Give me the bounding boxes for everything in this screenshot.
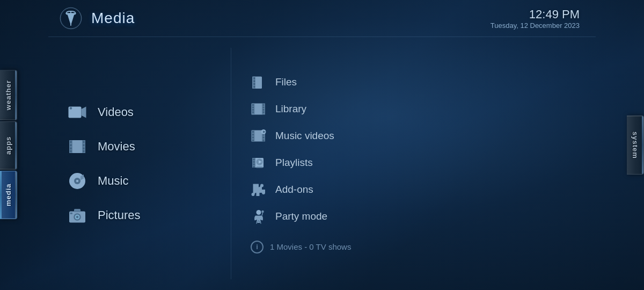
svg-point-68	[261, 210, 264, 213]
playlists-label: Playlists	[275, 157, 313, 169]
submenu-item-music-videos[interactable]: Music videos	[242, 124, 585, 148]
svg-rect-14	[83, 147, 85, 149]
header-left: Media	[59, 6, 135, 30]
svg-rect-15	[83, 150, 85, 152]
svg-rect-41	[263, 109, 265, 111]
svg-rect-40	[263, 106, 265, 108]
svg-rect-12	[83, 141, 85, 143]
sidebar-item-media[interactable]: media	[0, 171, 17, 219]
party-mode-label: Party mode	[275, 211, 327, 222]
puzzle-icon	[251, 182, 267, 198]
sidebar-label-weather: weather	[4, 80, 12, 110]
music-disc-icon	[68, 171, 87, 191]
svg-rect-31	[253, 85, 255, 88]
header-right: 12:49 PM Tuesday, 12 December 2023	[491, 8, 580, 30]
submenu-item-add-ons[interactable]: Add-ons	[242, 177, 585, 202]
svg-rect-13	[83, 144, 85, 146]
svg-rect-47	[252, 134, 254, 135]
left-sidebar: weather apps media	[0, 0, 48, 290]
info-row: i 1 Movies - 0 TV shows	[242, 236, 585, 258]
svg-point-18	[76, 179, 79, 182]
content-area: Videos	[48, 37, 596, 290]
party-mode-icon	[251, 208, 267, 224]
svg-rect-29	[253, 80, 255, 82]
sub-menu: Files	[231, 48, 596, 279]
submenu-item-playlists[interactable]: Playlists	[242, 150, 585, 175]
playlists-icon	[251, 155, 267, 171]
menu-item-videos[interactable]: Videos	[59, 97, 220, 127]
main-menu: Videos	[48, 48, 231, 279]
svg-rect-20	[74, 209, 80, 212]
sidebar-label-media: media	[4, 184, 12, 207]
movies-label: Movies	[98, 140, 135, 154]
svg-rect-52	[263, 136, 265, 138]
svg-rect-30	[253, 83, 255, 85]
files-label: Files	[275, 76, 297, 88]
sidebar-label-apps: apps	[4, 136, 12, 155]
svg-rect-10	[70, 147, 72, 149]
svg-rect-53	[263, 139, 265, 141]
svg-marker-3	[82, 106, 86, 118]
music-videos-label: Music videos	[275, 130, 334, 142]
svg-rect-8	[70, 141, 72, 143]
header: Media 12:49 PM Tuesday, 12 December 2023	[48, 0, 596, 37]
svg-rect-59	[253, 161, 255, 163]
pictures-label: Pictures	[98, 208, 140, 222]
info-icon: i	[251, 241, 264, 253]
sidebar-item-weather[interactable]: weather	[0, 70, 17, 120]
submenu-item-files[interactable]: Files	[242, 70, 585, 95]
svg-rect-9	[70, 144, 72, 146]
add-ons-label: Add-ons	[275, 184, 313, 195]
music-label: Music	[98, 174, 128, 188]
current-date: Tuesday, 12 December 2023	[491, 21, 580, 30]
svg-rect-37	[252, 109, 254, 111]
svg-rect-62	[257, 166, 263, 168]
svg-rect-61	[253, 166, 255, 168]
submenu-item-party-mode[interactable]: Party mode	[242, 204, 585, 229]
submenu-item-library[interactable]: Library	[242, 97, 585, 121]
menu-item-music[interactable]: Music	[59, 166, 220, 196]
svg-line-69	[262, 213, 263, 215]
sidebar-item-apps[interactable]: apps	[0, 121, 17, 170]
svg-rect-48	[252, 136, 254, 138]
film-strip-icon	[68, 137, 87, 156]
svg-rect-42	[263, 111, 265, 113]
svg-rect-35	[252, 104, 254, 106]
main-content: Media 12:49 PM Tuesday, 12 December 2023…	[48, 0, 596, 290]
svg-rect-46	[252, 131, 254, 133]
sidebar-item-system[interactable]: system	[627, 115, 644, 175]
menu-item-pictures[interactable]: Pictures	[59, 200, 220, 230]
page-title: Media	[91, 10, 135, 27]
tesla-logo-icon	[59, 6, 83, 30]
current-time: 12:49 PM	[491, 8, 580, 21]
svg-rect-38	[252, 111, 254, 113]
menu-item-movies[interactable]: Movies	[59, 132, 220, 162]
right-sidebar: system	[596, 0, 644, 290]
videos-label: Videos	[98, 105, 134, 119]
svg-point-23	[76, 215, 79, 218]
svg-rect-36	[252, 106, 254, 108]
svg-rect-24	[70, 212, 73, 214]
info-text: 1 Movies - 0 TV shows	[270, 242, 351, 251]
library-label: Library	[275, 103, 306, 115]
camera-icon	[68, 206, 87, 225]
svg-rect-39	[263, 104, 265, 106]
library-icon	[251, 101, 267, 117]
svg-point-65	[257, 210, 261, 215]
svg-rect-28	[253, 77, 255, 79]
files-icon	[251, 74, 267, 90]
svg-rect-58	[253, 158, 255, 160]
svg-rect-11	[70, 150, 72, 152]
svg-point-4	[70, 107, 72, 110]
music-videos-icon	[251, 128, 267, 144]
sidebar-label-system: system	[631, 132, 639, 159]
video-camera-icon	[68, 103, 87, 122]
svg-rect-60	[253, 163, 255, 165]
svg-rect-49	[252, 139, 254, 141]
